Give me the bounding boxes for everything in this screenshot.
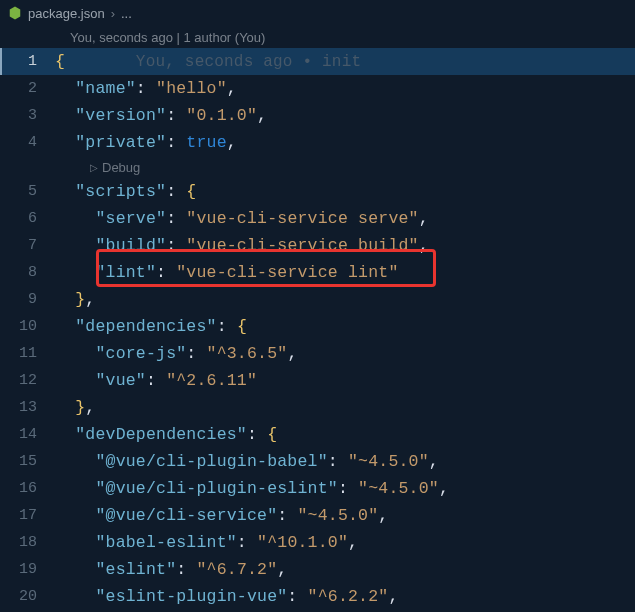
line-number: 6 xyxy=(0,210,55,227)
line-number: 12 xyxy=(0,372,55,389)
code-line[interactable]: 3 "version": "0.1.0", xyxy=(0,102,635,129)
line-number: 15 xyxy=(0,453,55,470)
code-line[interactable]: 16 "@vue/cli-plugin-eslint": "~4.5.0", xyxy=(0,475,635,502)
blame-header-text: You, seconds ago | 1 author (You) xyxy=(70,30,265,45)
code-line[interactable]: 4 "private": true, xyxy=(0,129,635,156)
code-content: "private": true, xyxy=(55,133,237,152)
line-number: 17 xyxy=(0,507,55,524)
debug-codelens-label: Debug xyxy=(102,160,140,175)
code-content: { You, seconds ago • init xyxy=(55,52,361,71)
code-content: "scripts": { xyxy=(55,182,196,201)
code-line[interactable]: 15 "@vue/cli-plugin-babel": "~4.5.0", xyxy=(0,448,635,475)
line-number: 3 xyxy=(0,107,55,124)
line-number: 14 xyxy=(0,426,55,443)
breadcrumb-tail[interactable]: ... xyxy=(121,6,132,21)
line-number: 8 xyxy=(0,264,55,281)
line-number: 7 xyxy=(0,237,55,254)
code-line[interactable]: 10 "dependencies": { xyxy=(0,313,635,340)
code-content: "@vue/cli-service": "~4.5.0", xyxy=(55,506,388,525)
line-number: 10 xyxy=(0,318,55,335)
line-number: 20 xyxy=(0,588,55,605)
line-number: 9 xyxy=(0,291,55,308)
line-number: 11 xyxy=(0,345,55,362)
code-content: }, xyxy=(55,398,95,417)
play-icon: ▷ xyxy=(90,162,98,173)
chevron-right-icon: › xyxy=(111,6,115,21)
code-content: "dependencies": { xyxy=(55,317,247,336)
line-number: 1 xyxy=(0,53,55,70)
code-line[interactable]: 20 "eslint-plugin-vue": "^6.2.2", xyxy=(0,583,635,610)
line-number: 2 xyxy=(0,80,55,97)
code-line[interactable]: 17 "@vue/cli-service": "~4.5.0", xyxy=(0,502,635,529)
code-content: "name": "hello", xyxy=(55,79,237,98)
code-line[interactable]: 2 "name": "hello", xyxy=(0,75,635,102)
line-number: 18 xyxy=(0,534,55,551)
code-content: "lint": "vue-cli-service lint" xyxy=(55,263,399,282)
code-line[interactable]: 6 "serve": "vue-cli-service serve", xyxy=(0,205,635,232)
code-content: "@vue/cli-plugin-babel": "~4.5.0", xyxy=(55,452,439,471)
debug-codelens[interactable]: ▷Debug xyxy=(0,156,635,178)
inline-blame: You, seconds ago • init xyxy=(136,53,361,71)
code-line[interactable]: 14 "devDependencies": { xyxy=(0,421,635,448)
code-line[interactable]: 13 }, xyxy=(0,394,635,421)
line-number: 5 xyxy=(0,183,55,200)
line-number: 16 xyxy=(0,480,55,497)
code-content: "@vue/cli-plugin-eslint": "~4.5.0", xyxy=(55,479,449,498)
code-editor[interactable]: 1{ You, seconds ago • init2 "name": "hel… xyxy=(0,48,635,610)
code-content: "version": "0.1.0", xyxy=(55,106,267,125)
line-number: 13 xyxy=(0,399,55,416)
code-line[interactable]: 5 "scripts": { xyxy=(0,178,635,205)
line-number: 19 xyxy=(0,561,55,578)
code-line[interactable]: 11 "core-js": "^3.6.5", xyxy=(0,340,635,367)
nodejs-icon xyxy=(8,6,22,20)
gitlens-blame-header[interactable]: You, seconds ago | 1 author (You) xyxy=(0,26,635,48)
code-line[interactable]: 19 "eslint": "^6.7.2", xyxy=(0,556,635,583)
line-number: 4 xyxy=(0,134,55,151)
code-line[interactable]: 8 "lint": "vue-cli-service lint" xyxy=(0,259,635,286)
breadcrumb-file[interactable]: package.json xyxy=(28,6,105,21)
code-line[interactable]: 18 "babel-eslint": "^10.1.0", xyxy=(0,529,635,556)
code-content: "serve": "vue-cli-service serve", xyxy=(55,209,429,228)
code-content: }, xyxy=(55,290,95,309)
code-content: "devDependencies": { xyxy=(55,425,277,444)
code-line[interactable]: 9 }, xyxy=(0,286,635,313)
breadcrumb[interactable]: package.json › ... xyxy=(0,0,635,26)
code-content: "eslint-plugin-vue": "^6.2.2", xyxy=(55,587,399,606)
code-line[interactable]: 12 "vue": "^2.6.11" xyxy=(0,367,635,394)
code-content: "babel-eslint": "^10.1.0", xyxy=(55,533,358,552)
code-content: "vue": "^2.6.11" xyxy=(55,371,257,390)
code-content: "build": "vue-cli-service build", xyxy=(55,236,429,255)
code-line[interactable]: 7 "build": "vue-cli-service build", xyxy=(0,232,635,259)
code-line[interactable]: 1{ You, seconds ago • init xyxy=(0,48,635,75)
code-content: "core-js": "^3.6.5", xyxy=(55,344,298,363)
code-content: "eslint": "^6.7.2", xyxy=(55,560,287,579)
